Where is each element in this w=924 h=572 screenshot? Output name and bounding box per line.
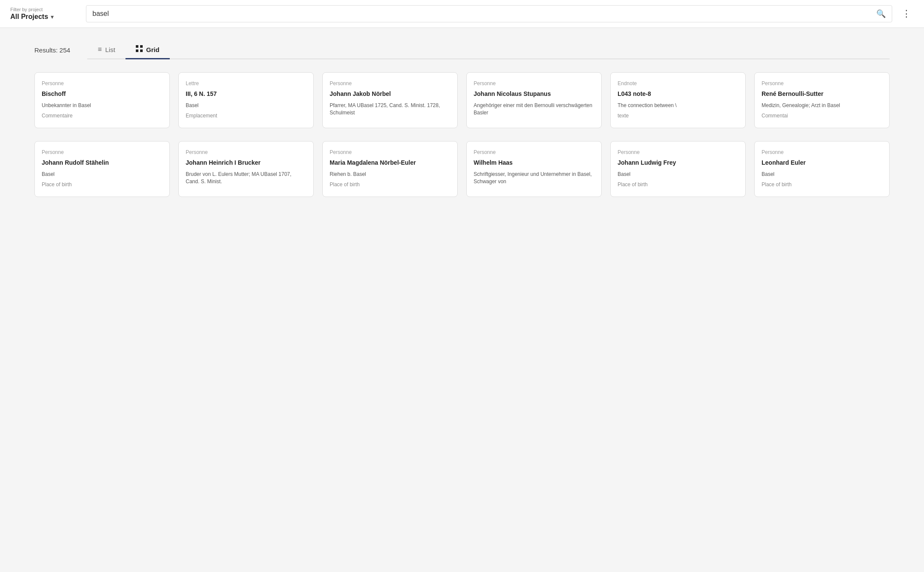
card-norbel-euler[interactable]: Personne Maria Magdalena Nörbel-Euler Ri… xyxy=(322,141,458,197)
card-title: III, 6 N. 157 xyxy=(186,90,306,98)
tab-grid[interactable]: Grid xyxy=(125,41,170,59)
card-type: Endnote xyxy=(618,80,738,86)
card-meta: The connection between \ xyxy=(618,102,738,109)
svg-rect-3 xyxy=(140,49,143,52)
card-title: L043 note-8 xyxy=(618,90,738,98)
card-tag: Place of birth xyxy=(42,181,162,188)
tab-list-label: List xyxy=(105,46,115,53)
card-type: Lettre xyxy=(186,80,306,86)
results-count: Results: 254 xyxy=(34,46,70,54)
card-stupanus[interactable]: Personne Johann Nicolaus Stupanus Angehö… xyxy=(466,72,602,128)
card-norbel[interactable]: Personne Johann Jakob Nörbel Pfarrer, MA… xyxy=(322,72,458,128)
card-meta: Unbekannter in Basel xyxy=(42,102,162,109)
card-frey[interactable]: Personne Johann Ludwig Frey Basel Place … xyxy=(610,141,746,197)
filter-dropdown-text: All Projects xyxy=(10,13,48,21)
card-type: Personne xyxy=(42,80,162,86)
card-type: Personne xyxy=(762,149,882,155)
card-meta: Bruder von L. Eulers Mutter; MA UBasel 1… xyxy=(186,171,306,185)
card-type: Personne xyxy=(42,149,162,155)
card-tag: Commentaire xyxy=(42,113,162,119)
svg-rect-0 xyxy=(136,45,138,48)
card-meta: Riehen b. Basel xyxy=(330,171,450,178)
card-tag: Place of birth xyxy=(762,181,882,188)
card-meta: Schriftgiesser, Ingenieur und Unternehme… xyxy=(474,171,594,185)
card-meta: Pfarrer, MA UBasel 1725, Cand. S. Minist… xyxy=(330,102,450,117)
card-bernoulli[interactable]: Personne René Bernoulli-Sutter Medizin, … xyxy=(754,72,890,128)
card-endnote[interactable]: Endnote L043 note-8 The connection betwe… xyxy=(610,72,746,128)
card-haas[interactable]: Personne Wilhelm Haas Schriftgiesser, In… xyxy=(466,141,602,197)
card-grid-row1: Personne Bischoff Unbekannter in Basel C… xyxy=(34,72,890,128)
card-meta: Basel xyxy=(42,171,162,178)
card-tag: Emplacement xyxy=(186,113,306,119)
tab-list[interactable]: ≡ List xyxy=(87,41,125,59)
grid-icon xyxy=(136,45,143,54)
card-meta: Angehöriger einer mit den Bernoulli vers… xyxy=(474,102,594,117)
card-meta: Medizin, Genealogie; Arzt in Basel xyxy=(762,102,882,109)
search-icon[interactable]: 🔍 xyxy=(876,9,886,18)
svg-rect-1 xyxy=(140,45,143,48)
tab-grid-label: Grid xyxy=(146,46,159,53)
main-content: Results: 254 ≡ List Grid xyxy=(0,28,924,223)
results-bar: Results: 254 ≡ List Grid xyxy=(34,41,890,59)
search-bar: 🔍 xyxy=(86,5,892,22)
card-type: Personne xyxy=(186,149,306,155)
card-meta: Basel xyxy=(762,171,882,178)
list-icon: ≡ xyxy=(98,46,101,53)
card-bischoff[interactable]: Personne Bischoff Unbekannter in Basel C… xyxy=(34,72,170,128)
svg-rect-2 xyxy=(136,49,138,52)
card-title: Wilhelm Haas xyxy=(474,159,594,166)
card-lettre[interactable]: Lettre III, 6 N. 157 Basel Emplacement xyxy=(178,72,314,128)
card-title: Johann Jakob Nörbel xyxy=(330,90,450,98)
grid-section-row1: Personne Bischoff Unbekannter in Basel C… xyxy=(34,72,890,128)
card-title: Johann Nicolaus Stupanus xyxy=(474,90,594,98)
filter-dropdown[interactable]: All Projects ▾ xyxy=(10,13,79,21)
filter-label: Filter by project xyxy=(10,7,79,12)
card-meta: Basel xyxy=(618,171,738,178)
filter-project: Filter by project All Projects ▾ xyxy=(10,7,79,21)
card-type: Personne xyxy=(618,149,738,155)
grid-section-row2: Personne Johann Rudolf Stähelin Basel Pl… xyxy=(34,141,890,197)
card-meta: Basel xyxy=(186,102,306,109)
card-title: Johann Heinrich I Brucker xyxy=(186,159,306,166)
card-euler[interactable]: Personne Leonhard Euler Basel Place of b… xyxy=(754,141,890,197)
header: Filter by project All Projects ▾ 🔍 ⋮ xyxy=(0,0,924,28)
card-type: Personne xyxy=(330,149,450,155)
card-tag: Place of birth xyxy=(618,181,738,188)
card-title: Maria Magdalena Nörbel-Euler xyxy=(330,159,450,166)
card-title: Johann Rudolf Stähelin xyxy=(42,159,162,166)
card-tag: Place of birth xyxy=(330,181,450,188)
card-tag: Commentai xyxy=(762,113,882,119)
more-options-icon[interactable]: ⋮ xyxy=(899,6,914,22)
card-stahelin[interactable]: Personne Johann Rudolf Stähelin Basel Pl… xyxy=(34,141,170,197)
card-title: Bischoff xyxy=(42,90,162,98)
search-input[interactable] xyxy=(92,10,872,18)
card-title: René Bernoulli-Sutter xyxy=(762,90,882,98)
card-title: Johann Ludwig Frey xyxy=(618,159,738,166)
card-type: Personne xyxy=(762,80,882,86)
card-type: Personne xyxy=(474,149,594,155)
card-grid-row2: Personne Johann Rudolf Stähelin Basel Pl… xyxy=(34,141,890,197)
card-title: Leonhard Euler xyxy=(762,159,882,166)
view-tabs: ≡ List Grid xyxy=(87,41,890,59)
chevron-down-icon: ▾ xyxy=(51,13,54,20)
card-type: Personne xyxy=(330,80,450,86)
card-brucker[interactable]: Personne Johann Heinrich I Brucker Brude… xyxy=(178,141,314,197)
card-type: Personne xyxy=(474,80,594,86)
card-tag: texte xyxy=(618,113,738,119)
